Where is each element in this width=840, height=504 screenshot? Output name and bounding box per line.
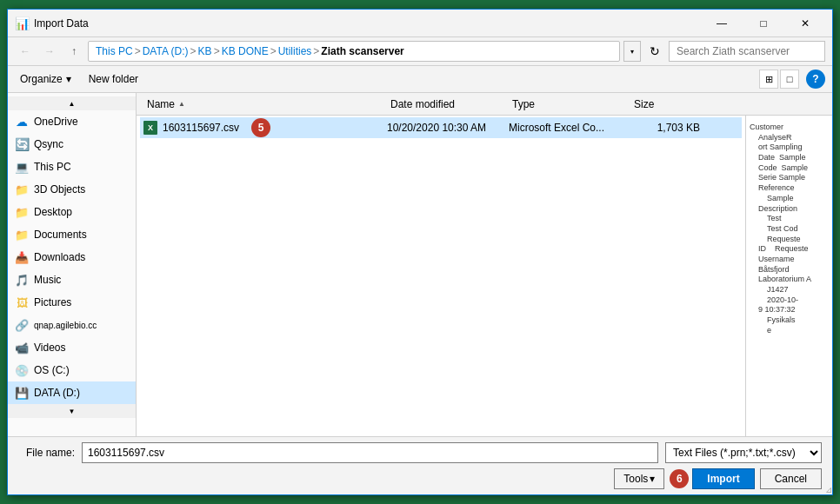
content-area: Name ▲ Date modified Type Size [137,93,832,436]
file-list: X 1603115697.csv 5 10/20/2020 10:30 AM M… [137,116,745,436]
breadcrumb: This PC > DATA (D:) > KB > KB DONE > Uti… [88,41,620,62]
sidebar-label-3dobjects: 3D Objects [34,183,85,196]
title-bar: 📊 Import Data — □ ✕ [8,10,832,37]
sidebar-label-datadrive: DATA (D:) [34,387,80,399]
sidebar-label-thispc: This PC [34,161,71,173]
sidebar-item-onedrive[interactable]: ☁ OneDrive [8,110,136,133]
sidebar-item-thispc[interactable]: 💻 This PC [8,156,136,178]
toolbar: Organize ▾ New folder ⊞ □ ? [8,66,832,93]
sidebar-item-documents[interactable]: 📁 Documents [8,223,136,246]
file-name-input[interactable] [82,442,658,463]
breadcrumb-current: Ziath scanserver [321,45,403,57]
column-date-header[interactable]: Date modified [383,98,505,110]
sidebar-label-osdrive: OS (C:) [34,364,70,376]
view-controls: ⊞ □ [759,70,799,89]
folder-icon: 🎵 [15,273,29,287]
file-name-cell: X 1603115697.csv 5 [143,118,387,137]
folder-icon: 🖼 [15,295,29,309]
breadcrumb-item[interactable]: DATA (D:) [143,45,189,57]
table-row[interactable]: X 1603115697.csv 5 10/20/2020 10:30 AM M… [140,117,742,138]
downloads-icon: 📥 [15,250,29,264]
sidebar-item-videos[interactable]: 📹 Videos [8,336,136,359]
sidebar-scroll-down[interactable]: ▼ [8,404,136,418]
up-button[interactable]: ↑ [63,41,84,62]
maximize-button[interactable]: □ [743,10,783,37]
sidebar-label-documents: Documents [34,229,87,241]
new-folder-button[interactable]: New folder [83,71,143,87]
breadcrumb-item[interactable]: KB DONE [222,45,269,57]
column-name-header[interactable]: Name ▲ [140,98,383,110]
file-name-row: File name: Text Files (*.prn;*.txt;*.csv… [18,442,822,463]
sidebar-label-videos: Videos [34,342,65,354]
help-button[interactable]: ? [806,70,825,89]
sidebar-label-pictures: Pictures [34,296,71,308]
sidebar-label-qnap: qnap.agilebio.cc [34,321,97,330]
sidebar-item-music[interactable]: 🎵 Music [8,269,136,291]
file-badge: 5 [251,118,270,137]
folder-icon: 📁 [15,205,29,219]
computer-icon: 💻 [15,160,29,174]
folder-icon: 📹 [15,341,29,355]
preview-panel: Customer AnalyseR ort Sampling Date Samp… [745,116,832,436]
tools-dropdown-icon: ▾ [650,473,655,485]
breadcrumb-item[interactable]: This PC [96,45,133,57]
button-row: Tools ▾ 6 Import Cancel [18,468,822,489]
file-name-label: File name: [18,447,75,459]
navigation-bar: ← → ↑ This PC > DATA (D:) > KB > KB DONE… [8,37,832,66]
sidebar-item-pictures[interactable]: 🖼 Pictures [8,291,136,314]
sidebar-label-qsync: Qsync [34,138,63,150]
sidebar-item-downloads[interactable]: 📥 Downloads [8,246,136,269]
column-headers: Name ▲ Date modified Type Size [137,93,832,116]
import-dialog: 📊 Import Data — □ ✕ ← → ↑ This PC > DATA… [7,9,833,495]
sidebar-label-downloads: Downloads [34,251,85,263]
sidebar-item-qsync[interactable]: 🔄 Qsync [8,133,136,156]
file-type: Microsoft Excel Co... [509,122,630,134]
close-button[interactable]: ✕ [785,10,825,37]
file-date: 10/20/2020 10:30 AM [387,122,509,134]
file-size: 1,703 KB [630,122,700,134]
sidebar-item-desktop[interactable]: 📁 Desktop [8,201,136,223]
breadcrumb-dropdown[interactable]: ▾ [623,41,641,62]
view-details-button[interactable]: □ [780,70,799,89]
folder-icon: 📁 [15,228,29,242]
drive-icon: 💿 [15,363,29,377]
file-type-select[interactable]: Text Files (*.prn;*.txt;*.csv) [665,442,822,463]
minimize-button[interactable]: — [702,10,742,37]
file-name: 1603115697.csv [163,122,239,134]
forward-button[interactable]: → [39,41,60,62]
cancel-button[interactable]: Cancel [760,468,822,489]
sidebar-item-datadrive[interactable]: 💾 DATA (D:) [8,381,136,404]
sidebar-item-3dobjects[interactable]: 📁 3D Objects [8,178,136,201]
import-badge: 6 [670,469,689,488]
folder-icon: 📁 [15,182,29,196]
sidebar-label-desktop: Desktop [34,206,72,218]
preview-text: Customer AnalyseR ort Sampling Date Samp… [750,123,829,335]
column-type-header[interactable]: Type [505,98,627,110]
import-button[interactable]: Import [692,468,754,489]
view-list-button[interactable]: ⊞ [759,70,778,89]
qsync-icon: 🔄 [15,137,29,151]
sidebar-scroll-up[interactable]: ▲ [8,96,136,110]
main-area: ▲ ☁ OneDrive 🔄 Qsync 💻 This PC 📁 3D Obje… [8,93,832,436]
resize-handle[interactable]: ⊿ [822,484,832,494]
tools-label: Tools [623,473,648,485]
sidebar-label-music: Music [34,274,61,286]
breadcrumb-item[interactable]: KB [198,45,212,57]
tools-button[interactable]: Tools ▾ [614,468,664,489]
breadcrumb-item[interactable]: Utilities [278,45,312,57]
sidebar-item-osdrive[interactable]: 💿 OS (C:) [8,359,136,381]
column-size-header[interactable]: Size [627,98,697,110]
refresh-button[interactable]: ↻ [644,41,665,62]
sidebar: ▲ ☁ OneDrive 🔄 Qsync 💻 This PC 📁 3D Obje… [8,93,137,436]
dialog-title: Import Data [34,17,702,30]
bottom-bar: File name: Text Files (*.prn;*.txt;*.csv… [8,436,832,494]
dialog-icon: 📊 [15,17,29,30]
search-input[interactable] [669,41,825,62]
drive-icon: 💾 [15,386,29,400]
back-button[interactable]: ← [15,41,36,62]
sidebar-item-qnap[interactable]: 🔗 qnap.agilebio.cc [8,314,136,336]
excel-icon: X [143,121,157,135]
network-icon: 🔗 [15,318,29,332]
window-controls: — □ ✕ [702,10,825,37]
organize-button[interactable]: Organize ▾ [15,71,77,87]
